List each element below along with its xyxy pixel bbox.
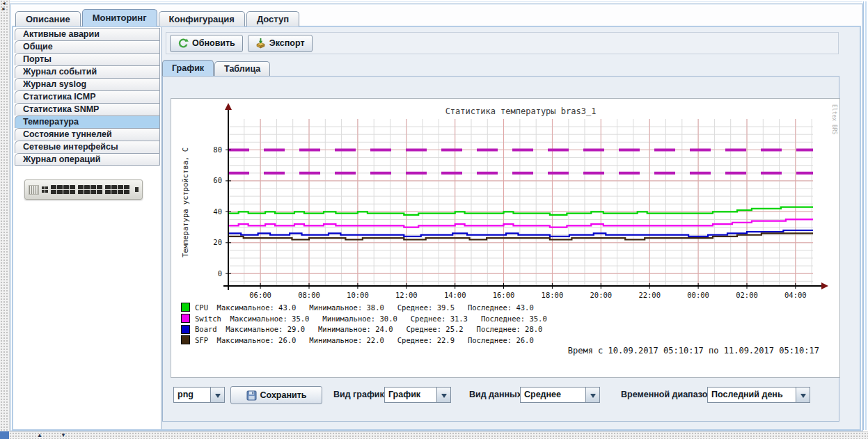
export-icon: [255, 38, 266, 49]
legend-text: CPU Максимальное: 43.0 Минимальное: 38.0…: [195, 303, 534, 312]
svg-text:12:00: 12:00: [395, 291, 418, 299]
svg-text:80: 80: [213, 145, 222, 154]
svg-text:04:00: 04:00: [784, 291, 807, 299]
svg-text:Eltex BRS: Eltex BRS: [831, 104, 837, 135]
bottom-scroll-strip[interactable]: ▲ ▼: [9, 431, 868, 439]
svg-text:Статистика температуры bras3_1: Статистика температуры bras3_1: [445, 106, 597, 116]
legend-swatch-board: [181, 325, 190, 334]
legend-swatch-cpu: [181, 303, 190, 312]
svg-text:14:00: 14:00: [444, 291, 466, 299]
legend-text: Board Максимальное: 29.0 Минимальное: 24…: [195, 325, 542, 333]
refresh-button[interactable]: Обновить: [170, 35, 243, 52]
legend-swatch-sfp: [181, 335, 190, 344]
export-controls: png Сохранить Вид графика: [163, 385, 839, 414]
chart-panel: 02040608006:0008:0010:0012:0014:0016:001…: [171, 98, 840, 378]
sidebar-item-general[interactable]: Общие: [15, 40, 160, 53]
export-button[interactable]: Экспорт: [248, 35, 313, 52]
corner-accent: [0, 431, 9, 439]
scroll-left-icon[interactable]: ◄: [1, 1, 6, 6]
svg-text:20:00: 20:00: [590, 291, 612, 299]
sidebar-item-active-alarms[interactable]: Активные аварии: [15, 28, 160, 40]
chevron-down-icon[interactable]: [436, 388, 450, 402]
device-image: [24, 175, 144, 205]
svg-text:10:00: 10:00: [347, 291, 369, 299]
temperature-chart: 02040608006:0008:0010:0012:0014:0016:001…: [171, 100, 839, 302]
main-tab-access[interactable]: Доступ: [246, 11, 299, 26]
sidebar-item-event-log[interactable]: Журнал событий: [15, 65, 160, 78]
legend-row-switch: Switch Максимальное: 35.0 Минимальное: 3…: [181, 313, 547, 324]
frame-line: [863, 1, 864, 430]
chevron-down-icon[interactable]: [796, 388, 810, 402]
data-view-label: Вид данных: [469, 390, 522, 399]
svg-text:0: 0: [218, 269, 222, 278]
toolbar: Обновить Экспорт: [166, 32, 839, 54]
svg-text:08:00: 08:00: [298, 291, 320, 299]
save-label: Сохранить: [260, 390, 307, 400]
svg-text:22:00: 22:00: [638, 291, 661, 299]
monitoring-panel: Обновить Экспорт ГрафикТаблица 020: [161, 27, 860, 429]
switch-chassis: [24, 179, 143, 200]
refresh-icon: [177, 38, 189, 49]
svg-text:02:00: 02:00: [736, 291, 758, 299]
svg-text:00:00: 00:00: [687, 291, 709, 299]
svg-text:60: 60: [213, 176, 222, 184]
legend-text: SFP Максимальное: 26.0 Минимальное: 22.0…: [195, 336, 534, 344]
format-select-value: png: [174, 388, 210, 402]
chart-tab-content: 02040608006:0008:0010:0012:0014:0016:001…: [162, 76, 839, 422]
chart-view-value: График: [385, 388, 436, 402]
main-tab-bar: ОписаниеМониторингКонфигурацияДоступ: [15, 10, 299, 26]
svg-text:16:00: 16:00: [493, 291, 515, 299]
view-tab-chart[interactable]: График: [162, 60, 214, 76]
frame-line: [10, 1, 862, 2]
scroll-up-icon[interactable]: ▲: [37, 432, 42, 439]
chart-view-select[interactable]: График: [384, 387, 451, 403]
sidebar-item-icmp-stats[interactable]: Статистика ICMP: [15, 90, 160, 103]
data-view-select[interactable]: Среднее: [520, 387, 600, 403]
data-view-value: Среднее: [521, 388, 585, 402]
sidebar-item-network-interfaces[interactable]: Сетевые интерфейсы: [15, 141, 160, 153]
app-frame: ОписаниеМониторингКонфигурацияДоступ Акт…: [10, 3, 863, 431]
sidebar-item-ports[interactable]: Порты: [15, 53, 160, 65]
chart-legend: CPU Максимальное: 43.0 Минимальное: 38.0…: [181, 302, 547, 346]
save-button[interactable]: Сохранить: [230, 386, 322, 404]
time-range-select-label: Временной диапазон: [621, 390, 713, 399]
time-range-select[interactable]: Последний день: [707, 387, 810, 403]
sidebar-item-syslog-log[interactable]: Журнал syslog: [15, 78, 160, 90]
svg-text:Температура устройства, C: Температура устройства, C: [181, 147, 189, 257]
sidebar-item-temperature[interactable]: Температура: [15, 115, 160, 128]
legend-row-cpu: CPU Максимальное: 43.0 Минимальное: 38.0…: [181, 302, 547, 313]
main-tab-description[interactable]: Описание: [15, 11, 81, 26]
chevron-down-icon[interactable]: [585, 388, 599, 402]
sidebar: Активные аварииОбщиеПортыЖурнал событийЖ…: [13, 27, 161, 429]
export-label: Экспорт: [269, 38, 305, 48]
format-select[interactable]: png: [173, 387, 225, 403]
sidebar-item-operations-log[interactable]: Журнал операций: [15, 153, 160, 166]
main-tab-configuration[interactable]: Конфигурация: [159, 11, 245, 26]
sidebar-list: Активные аварииОбщиеПортыЖурнал событийЖ…: [15, 28, 160, 166]
left-scroll-strip[interactable]: ◄ ►: [0, 0, 10, 431]
sidebar-item-tunnel-state[interactable]: Состояние туннелей: [15, 128, 160, 141]
svg-text:18:00: 18:00: [542, 291, 564, 299]
sidebar-item-snmp-stats[interactable]: Статистика SNMP: [15, 103, 160, 115]
view-tab-table[interactable]: Таблица: [214, 61, 270, 76]
svg-text:20: 20: [213, 238, 222, 246]
floppy-icon: [246, 390, 257, 401]
svg-text:06:00: 06:00: [249, 291, 271, 299]
time-range-value: Последний день: [708, 388, 796, 402]
legend-row-board: Board Максимальное: 29.0 Минимальное: 24…: [181, 324, 547, 335]
view-tab-bar: ГрафикТаблица: [162, 60, 270, 76]
svg-text:40: 40: [213, 207, 222, 216]
frame-line: [865, 1, 867, 430]
refresh-label: Обновить: [192, 38, 235, 48]
time-range-label: Время с 10.09.2017 05:10:17 по 11.09.201…: [568, 346, 819, 356]
scroll-down-icon[interactable]: ▼: [61, 432, 66, 439]
scroll-right-icon[interactable]: ►: [1, 6, 6, 11]
main-tab-monitoring[interactable]: Мониторинг: [82, 9, 157, 26]
chevron-down-icon[interactable]: [210, 388, 224, 402]
legend-swatch-switch: [181, 314, 190, 323]
legend-row-sfp: SFP Максимальное: 26.0 Минимальное: 22.0…: [181, 335, 547, 346]
chart-view-label: Вид графика: [333, 390, 389, 399]
legend-text: Switch Максимальное: 35.0 Минимальное: 3…: [195, 314, 547, 323]
content-box: Активные аварииОбщиеПортыЖурнал событийЖ…: [12, 26, 861, 431]
